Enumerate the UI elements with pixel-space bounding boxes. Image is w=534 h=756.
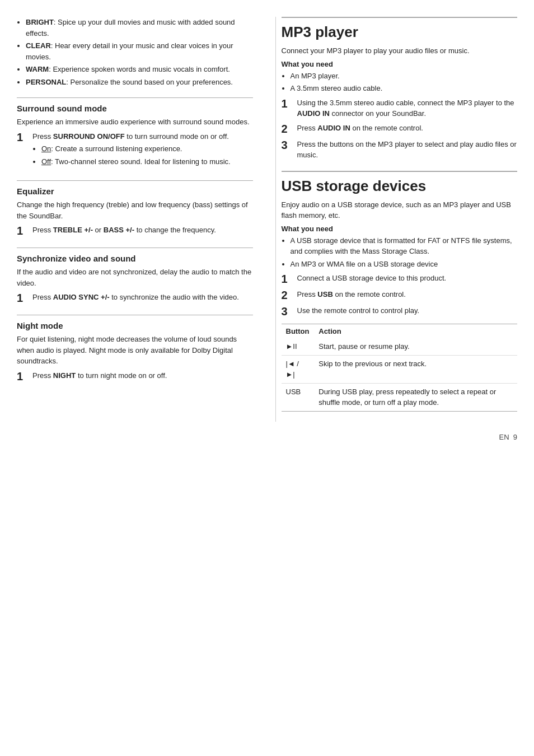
usb-need-1: An MP3 or WMA file on a USB storage devi… bbox=[291, 259, 518, 270]
mp3-step-2: 2 Press AUDIO IN on the remote control. bbox=[282, 123, 518, 136]
usb-step-2: 2 Press USB on the remote control. bbox=[282, 289, 518, 302]
table-row: |◄ / ►|Skip to the previous or next trac… bbox=[282, 355, 518, 383]
equalizer-section: Equalizer Change the high frequency (tre… bbox=[17, 186, 253, 237]
mp3-title: MP3 player bbox=[282, 17, 518, 41]
equalizer-title: Equalizer bbox=[17, 186, 253, 196]
table-col-action: Action bbox=[314, 324, 517, 338]
table-cell-button: |◄ / ►| bbox=[282, 355, 315, 383]
bullet-clear: CLEAR: Hear every detail in your music a… bbox=[26, 40, 253, 62]
bullet-personal: PERSONAL: Personalize the sound based on… bbox=[26, 77, 253, 88]
mp3-section: MP3 player Connect your MP3 player to pl… bbox=[282, 17, 518, 161]
usb-intro: Enjoy audio on a USB storage device, suc… bbox=[282, 199, 518, 221]
sound-styles-list: BRIGHT: Spice up your dull movies and mu… bbox=[17, 17, 253, 87]
night-step1: 1 Press NIGHT to turn night mode on or o… bbox=[17, 370, 253, 383]
bullet-bright: BRIGHT: Spice up your dull movies and mu… bbox=[26, 17, 253, 39]
footer-page: 9 bbox=[513, 433, 517, 441]
sync-section: Synchronize video and sound If the audio… bbox=[17, 254, 253, 305]
night-section: Night mode For quiet listening, night mo… bbox=[17, 321, 253, 383]
bullet-warm: WARM: Experience spoken words and music … bbox=[26, 64, 253, 75]
table-cell-button: ►II bbox=[282, 338, 315, 355]
table-cell-action: Skip to the previous or next track. bbox=[314, 355, 517, 383]
night-title: Night mode bbox=[17, 321, 253, 330]
mp3-need-0: An MP3 player. bbox=[291, 71, 518, 82]
table-cell-button: USB bbox=[282, 383, 315, 411]
usb-title: USB storage devices bbox=[282, 171, 518, 195]
surround-section: Surround sound mode Experience an immers… bbox=[17, 104, 253, 170]
usb-table: Button Action ►IIStart, pause or resume … bbox=[282, 324, 518, 412]
equalizer-intro: Change the high frequency (treble) and l… bbox=[17, 199, 253, 221]
footer-lang: EN bbox=[499, 433, 509, 441]
sync-intro: If the audio and video are not synchroni… bbox=[17, 267, 253, 288]
table-col-button: Button bbox=[282, 324, 315, 338]
mp3-step-1: 1 Using the 3.5mm stereo audio cable, co… bbox=[282, 97, 518, 119]
mp3-step-3: 3 Press the buttons on the MP3 player to… bbox=[282, 139, 518, 161]
surround-step1: 1 Press SURROUND ON/OFF to turn surround… bbox=[17, 131, 253, 171]
mp3-intro: Connect your MP3 player to play your aud… bbox=[282, 45, 518, 57]
table-cell-action: Start, pause or resume play. bbox=[314, 338, 517, 355]
mp3-what-you-need-label: What you need bbox=[282, 60, 518, 68]
sync-title: Synchronize video and sound bbox=[17, 254, 253, 263]
usb-section: USB storage devices Enjoy audio on a USB… bbox=[282, 171, 518, 412]
mp3-need-1: A 3.5mm stereo audio cable. bbox=[291, 83, 518, 94]
table-row: ►IIStart, pause or resume play. bbox=[282, 338, 518, 355]
surround-intro: Experience an immersive audio experience… bbox=[17, 116, 253, 128]
night-intro: For quiet listening, night mode decrease… bbox=[17, 334, 253, 367]
right-column: MP3 player Connect your MP3 player to pl… bbox=[275, 17, 518, 422]
usb-step-1: 1 Connect a USB storage device to this p… bbox=[282, 273, 518, 286]
usb-what-you-need-label: What you need bbox=[282, 225, 518, 233]
usb-need-0: A USB storage device that is formatted f… bbox=[291, 235, 518, 257]
page-footer: EN 9 bbox=[0, 422, 534, 441]
sync-step1: 1 Press AUDIO SYNC +/- to synchronize th… bbox=[17, 292, 253, 305]
surround-title: Surround sound mode bbox=[17, 104, 253, 113]
surround-sub-off: Off: Two-channel stereo sound. Ideal for… bbox=[41, 156, 253, 167]
table-cell-action: During USB play, press repeatedly to sel… bbox=[314, 383, 517, 411]
surround-sub-on: On: Create a surround listening experien… bbox=[41, 143, 253, 155]
equalizer-step1: 1 Press TREBLE +/- or BASS +/- to change… bbox=[17, 225, 253, 237]
table-row: USBDuring USB play, press repeatedly to … bbox=[282, 383, 518, 411]
left-column: BRIGHT: Spice up your dull movies and mu… bbox=[17, 17, 259, 422]
usb-step-3: 3 Use the remote control to control play… bbox=[282, 305, 518, 318]
